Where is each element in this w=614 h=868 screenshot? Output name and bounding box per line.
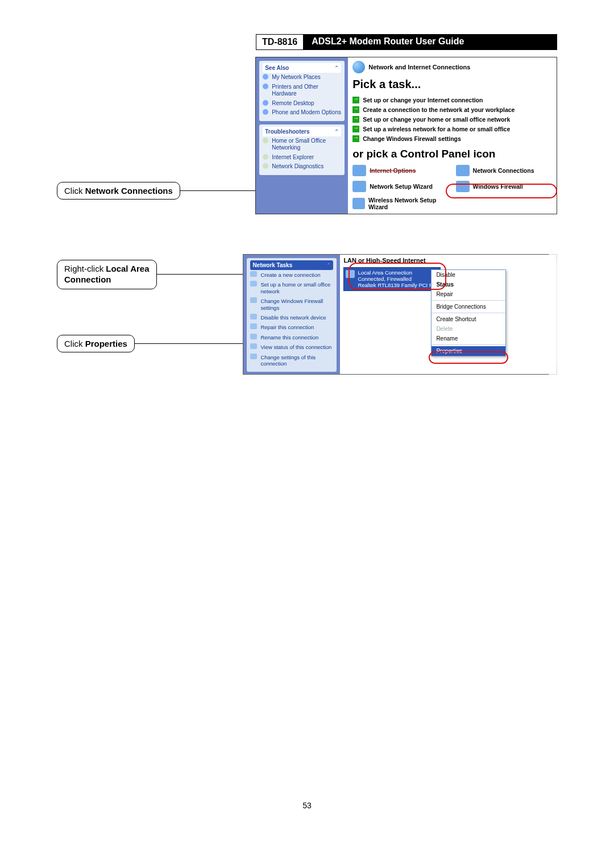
cp-icon-network-connections[interactable]: Network Connections <box>456 165 552 176</box>
callout-right-click-lac: Right-click Local Area Connection <box>57 260 157 289</box>
chevron-up-icon: ⌃ <box>326 262 331 268</box>
control-panel-window: See Also⌃ My Network Places Printers and… <box>255 57 557 214</box>
network-setup-wizard-icon <box>352 181 366 192</box>
sidebar-link[interactable]: Printers and Other Hardware <box>263 82 341 99</box>
wireless-wizard-icon <box>352 198 365 209</box>
internet-options-icon <box>352 165 366 176</box>
see-also-panel: See Also⌃ My Network Places Printers and… <box>259 61 345 121</box>
arrow-icon <box>352 116 359 123</box>
sidebar-link[interactable]: My Network Places <box>263 73 341 82</box>
network-connections-window: Network Tasks⌃ Create a new connection S… <box>243 254 557 375</box>
context-menu: Disable Status Repair Bridge Connections… <box>431 269 506 356</box>
arrow-icon <box>352 97 359 103</box>
arrow-icon <box>352 106 359 113</box>
nc-task[interactable]: Change settings of this connection <box>250 352 333 369</box>
nc-task[interactable]: Rename this connection <box>250 333 333 342</box>
sidebar-link[interactable]: Home or Small Office Networking <box>263 136 341 153</box>
local-area-connection-tile[interactable]: Local Area Connection Connected, Firewal… <box>343 267 440 291</box>
menu-rename[interactable]: Rename <box>432 334 505 343</box>
doc-header: TD-8816 ADSL2+ Modem Router User Guide <box>256 34 557 50</box>
or-pick-heading: or pick a Control Panel icon <box>352 148 552 160</box>
chevron-up-icon: ⌃ <box>334 128 339 135</box>
nc-task[interactable]: View status of this connection <box>250 342 333 352</box>
task-link[interactable]: Set up or change your home or small offi… <box>352 116 552 123</box>
lan-section-heading: LAN or High-Speed Internet <box>343 257 553 264</box>
globe-icon <box>352 61 365 73</box>
cp-main: Network and Internet Connections Pick a … <box>348 57 557 214</box>
menu-repair[interactable]: Repair <box>432 289 505 299</box>
cp-icon-internet-options[interactable]: Internet Options <box>352 165 449 176</box>
task-link[interactable]: Create a connection to the network at yo… <box>352 106 552 113</box>
menu-properties[interactable]: Properties <box>432 346 505 356</box>
model-badge: TD-8816 <box>256 34 304 50</box>
menu-status[interactable]: Status <box>432 280 505 289</box>
task-link[interactable]: Set up a wireless network for a home or … <box>352 126 552 132</box>
category-title: Network and Internet Connections <box>368 64 470 70</box>
menu-bridge[interactable]: Bridge Connections <box>432 302 505 312</box>
nc-task[interactable]: Disable this network device <box>250 313 333 322</box>
sidebar-link[interactable]: Network Diagnostics <box>263 162 341 172</box>
arrow-icon <box>352 126 359 132</box>
nc-task[interactable]: Create a new connection <box>250 270 333 280</box>
callout-click-properties: Click Properties <box>57 335 135 352</box>
nc-task[interactable]: Change Windows Firewall settings <box>250 296 333 313</box>
task-link[interactable]: Change Windows Firewall settings <box>352 135 552 142</box>
menu-disable[interactable]: Disable <box>432 270 505 280</box>
network-connections-icon <box>456 165 470 176</box>
sidebar-link[interactable]: Phone and Modem Options <box>263 108 341 118</box>
arrow-icon <box>352 135 359 142</box>
doc-title: ADSL2+ Modem Router User Guide <box>304 34 557 50</box>
pick-a-task-heading: Pick a task... <box>352 78 552 91</box>
troubleshooters-panel: Troubleshooters⌃ Home or Small Office Ne… <box>259 124 345 175</box>
menu-shortcut[interactable]: Create Shortcut <box>432 314 505 324</box>
sidebar-link[interactable]: Remote Desktop <box>263 99 341 109</box>
cp-sidebar: See Also⌃ My Network Places Printers and… <box>256 57 348 214</box>
nc-task[interactable]: Repair this connection <box>250 322 333 332</box>
page-number: 53 <box>57 801 557 810</box>
cp-icon-network-setup-wizard[interactable]: Network Setup Wizard <box>352 181 449 192</box>
cp-icon-windows-firewall[interactable]: Windows Firewall <box>456 181 552 192</box>
sidebar-link[interactable]: Internet Explorer <box>263 153 341 163</box>
task-link[interactable]: Set up or change your Internet connectio… <box>352 97 552 103</box>
cp-icon-wireless-setup[interactable]: Wireless Network Setup Wizard <box>352 197 449 210</box>
callout-click-network-connections: Click Network Connections <box>57 182 180 200</box>
nc-sidebar: Network Tasks⌃ Create a new connection S… <box>243 255 340 374</box>
menu-delete: Delete <box>432 324 505 334</box>
chevron-up-icon: ⌃ <box>334 65 339 71</box>
windows-firewall-icon <box>456 181 470 192</box>
nc-task[interactable]: Set up a home or small office network <box>250 280 333 296</box>
